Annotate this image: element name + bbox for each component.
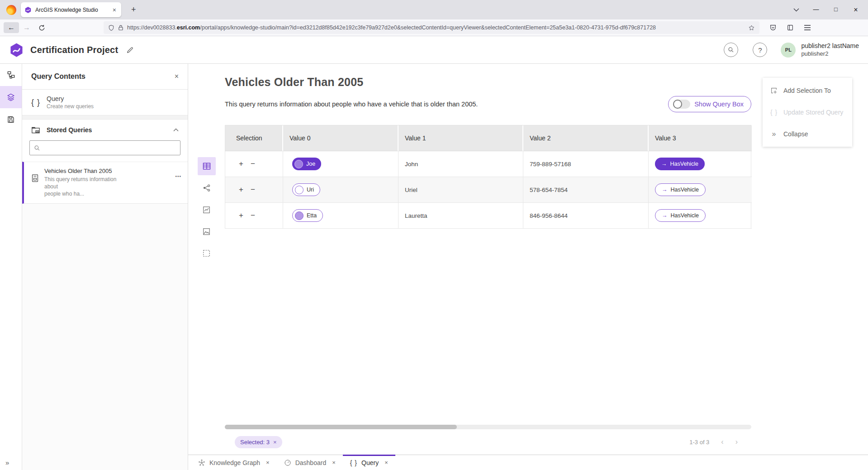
entity-pill[interactable]: Joe xyxy=(292,158,321,170)
arrow-right-icon: → xyxy=(662,212,668,219)
menu-item: { } Update Stored Query xyxy=(763,101,852,123)
window-maximize-button[interactable]: □ xyxy=(833,6,839,14)
value2-cell[interactable]: 846-956-8644 xyxy=(523,203,649,229)
toggle-switch[interactable] xyxy=(673,100,690,109)
arrow-right-icon: → xyxy=(662,187,668,193)
menu-item[interactable]: Add Selection To xyxy=(763,80,852,101)
lock-icon[interactable] xyxy=(118,24,123,31)
table-view-button[interactable] xyxy=(198,157,216,175)
link-chart-view-button[interactable] xyxy=(198,179,216,197)
value1-cell[interactable]: Uriel xyxy=(398,177,523,203)
view-tab-knowledge-graph[interactable]: Knowledge Graph × xyxy=(191,455,277,470)
next-page-icon[interactable]: › xyxy=(735,438,738,446)
map-view-button[interactable] xyxy=(198,222,216,240)
query-item[interactable]: { } Query Create new queries xyxy=(22,90,188,115)
panel-close-icon[interactable]: × xyxy=(175,72,179,81)
tab-close-icon[interactable]: × xyxy=(266,459,270,466)
selected-count-chip[interactable]: Selected: 3 × xyxy=(235,436,282,448)
rail-item-save[interactable] xyxy=(0,108,22,130)
help-button[interactable]: ? xyxy=(753,43,767,57)
dashboard-icon xyxy=(284,459,291,466)
forward-button[interactable]: → xyxy=(19,22,34,33)
menu-hamburger-icon[interactable] xyxy=(804,24,811,31)
selection-cell: + − xyxy=(225,177,283,203)
column-header[interactable]: Selection xyxy=(225,125,283,151)
table-row[interactable]: + − Joe John 759-889-57168 → HasVehicle xyxy=(225,151,751,177)
column-header[interactable]: Value 3 xyxy=(649,125,752,151)
window-minimize-button[interactable]: — xyxy=(813,6,819,14)
collapse-section-icon[interactable] xyxy=(173,128,179,132)
braces-icon: { } xyxy=(350,459,357,466)
folder-icon xyxy=(31,126,40,134)
menu-item[interactable]: » Collapse xyxy=(763,123,852,145)
avatar[interactable]: PL xyxy=(781,43,796,58)
shield-icon[interactable] xyxy=(108,24,114,31)
value1-cell[interactable]: Lauretta xyxy=(398,203,523,229)
entity-avatar-icon xyxy=(295,211,304,220)
view-tab-dashboard[interactable]: Dashboard × xyxy=(277,455,343,470)
value2-cell[interactable]: 759-889-57168 xyxy=(523,151,649,177)
stored-queries-search[interactable] xyxy=(29,140,180,155)
remove-from-selection-button[interactable]: − xyxy=(251,211,255,220)
user-name: publisher2 lastName xyxy=(801,42,859,50)
view-tab-query[interactable]: { } Query × xyxy=(343,455,395,470)
window-close-button[interactable]: × xyxy=(853,6,859,14)
image-icon xyxy=(202,227,211,236)
edit-title-icon[interactable] xyxy=(126,46,134,54)
query-item-label: Query xyxy=(47,95,94,102)
selection-view-button[interactable] xyxy=(198,244,216,262)
stored-queries-header[interactable]: Stored Queries xyxy=(22,120,188,139)
chart-icon xyxy=(202,206,211,214)
url-text: https://dev0028833.esri.com/portal/apps/… xyxy=(127,24,745,31)
relationship-pill[interactable]: → HasVehicle xyxy=(655,209,706,222)
prev-page-icon[interactable]: ‹ xyxy=(721,438,723,446)
query-description: This query returns information about peo… xyxy=(225,101,668,108)
column-header[interactable]: Value 1 xyxy=(398,125,523,151)
search-input[interactable] xyxy=(44,144,176,151)
horizontal-scrollbar[interactable] xyxy=(225,425,751,429)
user-info[interactable]: publisher2 lastName publisher2 xyxy=(801,42,859,58)
add-to-selection-button[interactable]: + xyxy=(239,159,243,168)
relationship-pill[interactable]: → HasVehicle xyxy=(655,158,705,170)
browser-tab[interactable]: ArcGIS Knowledge Studio × xyxy=(21,2,121,17)
add-to-selection-button[interactable]: + xyxy=(239,211,243,220)
column-header[interactable]: Value 0 xyxy=(283,125,398,151)
tab-close-icon[interactable]: × xyxy=(111,6,118,14)
new-tab-button[interactable]: + xyxy=(128,4,140,15)
column-header[interactable]: Value 2 xyxy=(523,125,649,151)
clear-selection-icon[interactable]: × xyxy=(273,439,277,446)
list-tabs-icon[interactable] xyxy=(793,8,799,12)
tab-close-icon[interactable]: × xyxy=(332,459,336,466)
rail-item-data-model[interactable] xyxy=(0,64,22,86)
scrollbar-thumb[interactable] xyxy=(225,425,457,429)
more-options-icon[interactable]: ••• xyxy=(175,174,181,179)
bookmark-star-icon[interactable] xyxy=(748,24,755,31)
save-to-pocket-icon[interactable] xyxy=(769,24,777,31)
knowledge-graph-icon xyxy=(198,459,205,466)
remove-from-selection-button[interactable]: − xyxy=(251,185,255,194)
back-button[interactable]: ← xyxy=(4,22,19,33)
rail-item-contents[interactable] xyxy=(0,86,22,108)
add-to-selection-button[interactable]: + xyxy=(239,185,243,194)
url-bar[interactable]: https://dev0028833.esri.com/portal/apps/… xyxy=(104,21,759,34)
search-button[interactable] xyxy=(724,43,738,57)
show-query-box-toggle[interactable]: Show Query Box xyxy=(668,96,751,112)
chart-view-button[interactable] xyxy=(198,201,216,219)
user-login: publisher2 xyxy=(801,50,859,58)
tab-close-icon[interactable]: × xyxy=(384,459,388,466)
value2-cell[interactable]: 578-654-7854 xyxy=(523,177,649,203)
reload-icon[interactable] xyxy=(34,23,49,33)
firefox-icon[interactable] xyxy=(6,5,16,15)
relationship-pill[interactable]: → HasVehicle xyxy=(655,183,706,196)
stored-query-item[interactable]: Vehicles Older Than 2005 This query retu… xyxy=(22,162,188,204)
entity-pill[interactable]: Etta xyxy=(292,209,323,222)
table-icon xyxy=(202,162,211,171)
extensions-icon[interactable] xyxy=(787,24,794,31)
table-row[interactable]: + − Uri Uriel 578-654-7854 → HasVehicle xyxy=(225,177,751,203)
entity-cell: Uri xyxy=(283,177,398,203)
remove-from-selection-button[interactable]: − xyxy=(251,159,255,168)
entity-pill[interactable]: Uri xyxy=(292,183,320,196)
rail-expand-button[interactable]: » xyxy=(5,459,9,466)
table-row[interactable]: + − Etta Lauretta 846-956-8644 → HasVehi… xyxy=(225,203,751,229)
value1-cell[interactable]: John xyxy=(398,151,523,177)
